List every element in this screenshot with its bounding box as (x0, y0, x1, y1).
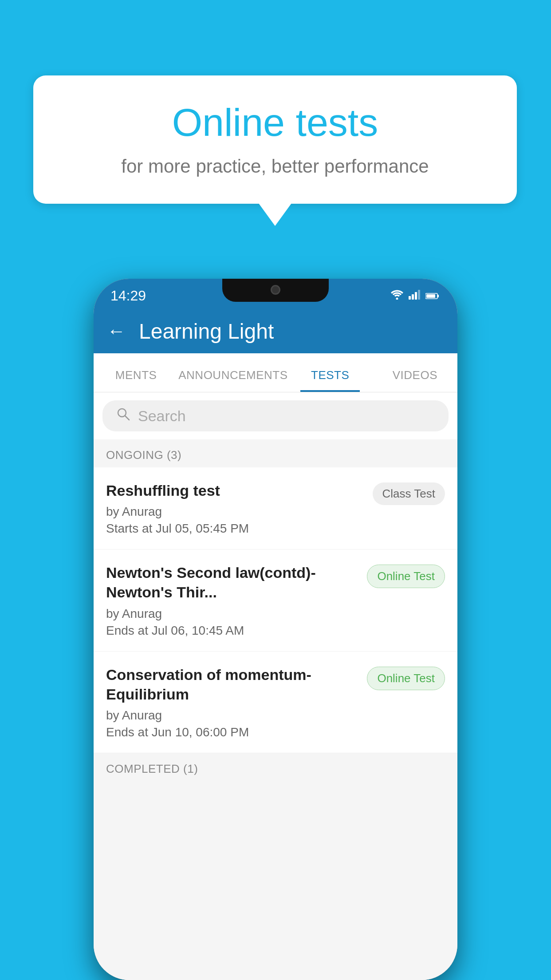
test-author: by Anurag (106, 708, 358, 723)
wifi-icon (390, 288, 404, 303)
phone-wrapper: 14:29 (94, 279, 457, 980)
battery-icon (425, 288, 440, 303)
speech-bubble-title: Online tests (60, 100, 490, 145)
search-icon (116, 407, 131, 425)
svg-point-0 (396, 298, 398, 300)
test-time: Starts at Jul 05, 05:45 PM (106, 522, 364, 536)
app-bar: ← Learning Light (94, 309, 457, 353)
test-author: by Anurag (106, 505, 364, 519)
tab-videos[interactable]: VIDEOS (373, 368, 457, 392)
svg-line-9 (125, 416, 129, 420)
screen-content: 14:29 (94, 279, 457, 980)
status-time: 14:29 (110, 288, 146, 304)
svg-rect-4 (418, 290, 420, 300)
phone-notch (222, 279, 329, 302)
svg-rect-2 (412, 294, 414, 300)
test-list: Reshuffling test by Anurag Starts at Jul… (94, 467, 457, 753)
section-header-ongoing: ONGOING (3) (94, 439, 457, 467)
search-bar[interactable]: Search (102, 400, 449, 431)
test-badge-online: Online Test (367, 565, 445, 588)
svg-rect-1 (409, 296, 411, 300)
speech-bubble-subtitle: for more practice, better performance (60, 156, 490, 177)
test-item[interactable]: Newton's Second law(contd)-Newton's Thir… (94, 549, 457, 651)
test-name: Newton's Second law(contd)-Newton's Thir… (106, 563, 358, 602)
test-item[interactable]: Conservation of momentum-Equilibrium by … (94, 652, 457, 753)
tab-tests[interactable]: TESTS (288, 368, 373, 392)
test-item-left: Newton's Second law(contd)-Newton's Thir… (106, 563, 358, 637)
test-name: Reshuffling test (106, 481, 364, 500)
svg-rect-7 (426, 294, 435, 298)
search-container: Search (94, 392, 457, 439)
status-icons (390, 288, 440, 303)
test-item-left: Reshuffling test by Anurag Starts at Jul… (106, 481, 364, 536)
svg-rect-6 (437, 295, 439, 297)
phone-camera (271, 285, 280, 295)
test-time: Ends at Jul 06, 10:45 AM (106, 624, 358, 638)
test-item-left: Conservation of momentum-Equilibrium by … (106, 665, 358, 739)
app-title: Learning Light (139, 319, 274, 344)
test-item[interactable]: Reshuffling test by Anurag Starts at Jul… (94, 467, 457, 549)
ongoing-section-title: ONGOING (3) (106, 448, 181, 462)
test-name: Conservation of momentum-Equilibrium (106, 665, 358, 704)
test-time: Ends at Jun 10, 06:00 PM (106, 725, 358, 739)
phone-screen: Search ONGOING (3) Reshuffling test by A… (94, 392, 457, 980)
test-badge-online: Online Test (367, 667, 445, 690)
speech-bubble: Online tests for more practice, better p… (33, 75, 517, 204)
signal-icon (409, 288, 421, 303)
back-button[interactable]: ← (107, 320, 126, 342)
test-author: by Anurag (106, 607, 358, 621)
search-placeholder: Search (138, 407, 186, 425)
completed-section-title: COMPLETED (1) (106, 762, 198, 775)
svg-rect-3 (415, 292, 417, 300)
tab-ments[interactable]: MENTS (94, 368, 178, 392)
section-header-completed: COMPLETED (1) (94, 753, 457, 781)
tabs-bar: MENTS ANNOUNCEMENTS TESTS VIDEOS (94, 353, 457, 392)
test-badge-class: Class Test (373, 482, 445, 505)
phone-frame: 14:29 (94, 279, 457, 980)
tab-announcements[interactable]: ANNOUNCEMENTS (178, 368, 287, 392)
